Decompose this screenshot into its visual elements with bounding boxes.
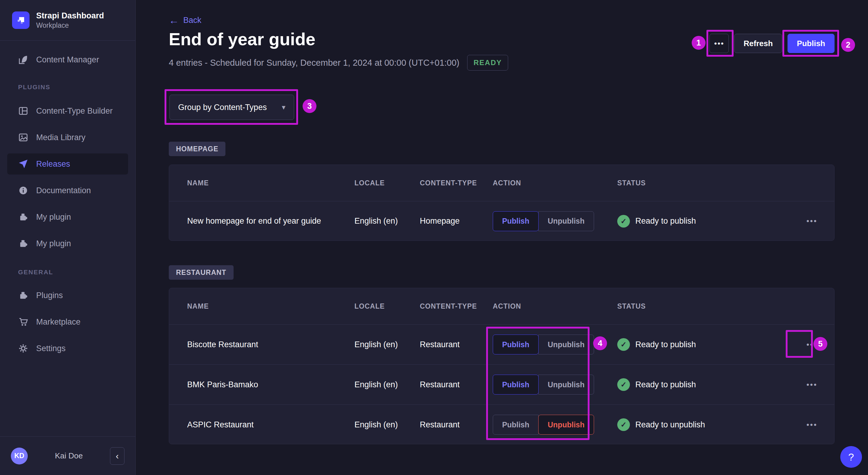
homepage-table: NAME LOCALE CONTENT-TYPE ACTION STATUS N… [169, 164, 835, 241]
column-header-name: NAME [187, 302, 354, 311]
layout-grid-icon [18, 106, 28, 116]
table-header-row: NAME LOCALE CONTENT-TYPE ACTION STATUS [169, 288, 834, 324]
main-content: ← Back End of year guide 4 entries - Sch… [135, 0, 868, 475]
group-by-value: Group by Content-Types [178, 103, 267, 112]
sidebar-item-label: Media Library [36, 133, 86, 142]
sidebar-item-my-plugin-2[interactable]: My plugin [7, 233, 128, 254]
entry-content-type: Restaurant [420, 420, 493, 430]
chevron-left-icon: ‹ [116, 451, 119, 461]
page-subtitle-row: 4 entries - Scheduled for Sunday, Decemb… [169, 54, 508, 71]
sidebar-item-content-manager[interactable]: Content Manager [7, 49, 128, 70]
unpublish-toggle-button[interactable]: Unpublish [538, 335, 594, 354]
sidebar-item-documentation[interactable]: Documentation [7, 180, 128, 201]
sidebar-item-releases[interactable]: Releases [7, 153, 128, 175]
status-text: Ready to publish [635, 216, 696, 226]
back-label: Back [183, 16, 201, 25]
row-more-button[interactable]: ••• [786, 380, 819, 389]
publish-toggle-button[interactable]: Publish [493, 415, 538, 435]
column-header-content-type: CONTENT-TYPE [420, 302, 493, 311]
row-more-button[interactable]: ••• [786, 420, 819, 430]
more-icon: ••• [714, 39, 724, 48]
unpublish-toggle-button[interactable]: Unpublish [538, 375, 594, 394]
column-header-status: STATUS [617, 302, 786, 311]
entry-status: ✓ Ready to publish [617, 338, 786, 351]
avatar[interactable]: KD [11, 448, 28, 465]
entry-locale: English (en) [354, 380, 420, 389]
gear-icon [18, 343, 28, 353]
status-text: Ready to publish [635, 380, 696, 389]
header-actions: ••• Refresh Publish [710, 34, 835, 53]
row-more-button[interactable]: ••• [786, 216, 819, 226]
publish-toggle-button[interactable]: Publish [493, 375, 538, 394]
strapi-logo-icon [15, 14, 27, 26]
sidebar-item-settings[interactable]: Settings [7, 338, 128, 359]
column-header-action: ACTION [493, 302, 617, 311]
app-title: Strapi Dashboard [36, 10, 104, 21]
entry-name: BMK Paris-Bamako [187, 380, 354, 389]
entry-name: ASPIC Restaurant [187, 420, 354, 430]
page-title: End of year guide [169, 29, 315, 49]
sidebar-item-marketplace[interactable]: Marketplace [7, 311, 128, 332]
unpublish-toggle-button[interactable]: Unpublish [538, 415, 594, 435]
sidebar-collapse-button[interactable]: ‹ [110, 447, 124, 465]
check-circle-icon: ✓ [617, 215, 630, 227]
sidebar-item-label: Content-Type Builder [36, 106, 113, 116]
table-row: Biscotte Restaurant English (en) Restaur… [169, 324, 834, 365]
help-button[interactable]: ? [840, 446, 862, 468]
publish-toggle-button[interactable]: Publish [493, 211, 538, 231]
row-more-button[interactable]: ••• [786, 340, 819, 349]
column-header-status: STATUS [617, 179, 786, 187]
strapi-logo [12, 11, 30, 29]
entry-name: New homepage for end of year guide [187, 216, 354, 226]
sidebar-item-content-type-builder[interactable]: Content-Type Builder [7, 100, 128, 122]
action-toggle: Publish Unpublish [493, 415, 617, 435]
entry-status: ✓ Ready to publish [617, 215, 786, 227]
table-row: New homepage for end of year guide Engli… [169, 201, 834, 241]
table-row: ASPIC Restaurant English (en) Restaurant… [169, 405, 834, 444]
info-icon [18, 185, 28, 196]
check-circle-icon: ✓ [617, 338, 630, 351]
table-row: BMK Paris-Bamako English (en) Restaurant… [169, 365, 834, 405]
unpublish-toggle-button[interactable]: Unpublish [538, 211, 594, 231]
check-circle-icon: ✓ [617, 378, 630, 391]
entry-status: ✓ Ready to publish [617, 378, 786, 391]
action-toggle: Publish Unpublish [493, 335, 617, 354]
sidebar-item-label: Content Manager [36, 55, 99, 64]
release-more-button[interactable]: ••• [710, 34, 729, 53]
sidebar-item-label: My plugin [36, 239, 71, 248]
column-header-content-type: CONTENT-TYPE [420, 179, 493, 187]
image-icon [18, 132, 28, 142]
entry-content-type: Restaurant [420, 340, 493, 349]
column-header-action: ACTION [493, 179, 617, 187]
page-subtitle: 4 entries - Scheduled for Sunday, Decemb… [169, 58, 459, 68]
sidebar-item-media-library[interactable]: Media Library [7, 127, 128, 148]
column-header-locale: LOCALE [354, 179, 420, 187]
group-by-select[interactable]: Group by Content-Types ▾ [169, 95, 294, 120]
question-mark-icon: ? [848, 451, 854, 463]
status-badge: READY [467, 55, 508, 70]
app-subtitle: Workplace [36, 21, 104, 30]
sidebar-item-my-plugin-1[interactable]: My plugin [7, 207, 128, 227]
entry-locale: English (en) [354, 420, 420, 430]
publish-release-button[interactable]: Publish [787, 34, 835, 53]
entry-content-type: Restaurant [420, 380, 493, 389]
sidebar-item-label: Releases [36, 159, 70, 169]
back-arrow-icon: ← [169, 15, 179, 25]
paper-plane-icon [18, 159, 28, 169]
sidebar-nav: Content Manager PLUGINS Content-Type Bui… [0, 41, 135, 436]
group-label-homepage: HOMEPAGE [169, 141, 225, 156]
sidebar-item-label: Documentation [36, 186, 91, 195]
sidebar-item-label: Settings [36, 344, 66, 353]
puzzle-icon [18, 290, 28, 300]
publish-toggle-button[interactable]: Publish [493, 335, 538, 354]
sidebar-item-plugins[interactable]: Plugins [7, 285, 128, 306]
puzzle-icon [18, 239, 28, 249]
refresh-button[interactable]: Refresh [734, 34, 782, 53]
check-circle-icon: ✓ [617, 418, 630, 431]
sidebar-footer: KD Kai Doe ‹ [0, 436, 135, 475]
status-text: Ready to publish [635, 340, 696, 349]
column-header-name: NAME [187, 179, 354, 187]
chevron-down-icon: ▾ [282, 103, 285, 112]
status-text: Ready to unpublish [635, 420, 705, 430]
back-link[interactable]: ← Back [169, 15, 201, 25]
